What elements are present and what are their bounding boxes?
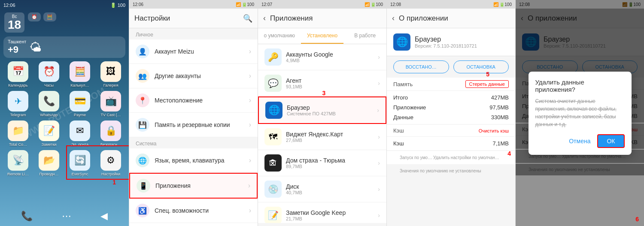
dock-dots[interactable]: ⋯: [62, 211, 71, 222]
dock-back[interactable]: ◀: [100, 211, 108, 222]
tab-running[interactable]: В работе: [343, 28, 386, 44]
security-app-icon: 🔒: [100, 121, 121, 141]
settings-status-bar: 12:06 📶 🔋100: [129, 0, 258, 9]
app-item-yandex-maps[interactable]: 🗺 Виджет Яндекс.Карт 27,6MB ›: [258, 124, 386, 150]
home-apps-row3: 📁 Total Co… 📝 Заметки ✉ Эл. почта 🔒 Безо…: [0, 119, 129, 148]
dock-phone[interactable]: 📞: [21, 211, 33, 222]
settings-search-icon[interactable]: 🔍: [243, 14, 252, 23]
settings-status-icons: 📶 🔋100: [236, 2, 254, 7]
location-icon: 📍: [136, 93, 149, 107]
home-app-settings[interactable]: ⚙ Настройки: [96, 150, 125, 176]
settings-item-meizu-account[interactable]: 👤 Аккаунт Meizu ›: [129, 39, 258, 64]
google-keep-icon: 📝: [264, 207, 282, 223]
home-apps-row1: 📅 Календарь ⏰ Часы 🧮 Калькул… 🖼 Галерея: [0, 60, 129, 89]
settings-item-language[interactable]: 🌐 Язык, время, клавиатура ›: [129, 148, 258, 173]
settings-item-other-accounts[interactable]: 👥 Другие аккаунты ›: [129, 64, 258, 88]
remote-app-label: Remote Li…: [7, 172, 29, 176]
eversync-app-label: EverSync: [72, 172, 88, 176]
home-weather-city: Ташкент: [8, 39, 26, 44]
settings-item-accessibility[interactable]: ♿ Спец. возможности ›: [129, 199, 258, 223]
totalco-app-label: Total Co…: [9, 142, 27, 147]
agent-icon: 💬: [264, 75, 282, 92]
detail-app-name: Браузер: [415, 36, 477, 43]
yandex-maps-size: 27,6MB: [286, 138, 378, 143]
detail-cache-row: Кэш 7,1MB: [393, 139, 509, 148]
home-app-remote[interactable]: 📡 Remote Li…: [3, 150, 33, 176]
app-item-disk[interactable]: 💿 Диск 40,7MB ›: [258, 176, 386, 202]
apps-status-bar: 12:07 📶 🔋100: [258, 0, 386, 9]
home-app-tvcast[interactable]: 📺 TV Cast (…: [96, 91, 125, 117]
home-date-widget: Вс 18: [4, 12, 24, 33]
delete-data-dialog-overlay: Удалить данные приложения? Система очист…: [516, 0, 644, 226]
house-of-fear-name: Дом страха - Тюрьма: [286, 157, 378, 164]
home-app-calendar[interactable]: 📅 Календарь: [3, 61, 33, 87]
settings-item-backup[interactable]: 💾 Память и резервные копии ›: [129, 113, 258, 137]
home-clock-widget: ⏰: [28, 12, 41, 21]
files-app-icon: 📂: [39, 150, 59, 171]
home-app-security[interactable]: 🔒 Безопасн…: [96, 121, 125, 147]
agent-size: 93,1MB: [286, 84, 378, 89]
calc-app-label: Калькул…: [71, 83, 89, 87]
detail-restore-button[interactable]: ВОССТАНО…: [393, 60, 449, 73]
clock-app-label: Часы: [44, 83, 54, 87]
home-app-calc[interactable]: 🧮 Калькул…: [65, 61, 94, 87]
tab-installed[interactable]: Установлено: [301, 28, 344, 44]
detail-stop-button[interactable]: ОСТАНОВКА: [453, 60, 509, 73]
apps-back-button[interactable]: ‹: [263, 14, 266, 23]
app-item-google-accounts[interactable]: 🔑 Аккаунты Google 4,9MB ›: [258, 44, 386, 70]
app-item-google-keep[interactable]: 📝 Заметки Google Keep 21,7MB ›: [258, 202, 386, 223]
tvcast-app-icon: 📺: [100, 91, 121, 111]
home-app-payme[interactable]: 💳 Payme: [65, 91, 94, 117]
detail-clear-data-link[interactable]: Стереть данные: [465, 80, 509, 88]
detail-clear-cache-link[interactable]: Очистить кэш: [479, 128, 509, 133]
disk-icon: 💿: [264, 181, 282, 198]
home-dock: 📞 ⋯ ◀: [0, 211, 129, 222]
disk-name: Диск: [286, 183, 378, 190]
totalco-app-icon: 📁: [8, 121, 28, 141]
accessibility-icon: ♿: [136, 204, 149, 217]
home-app-totalco[interactable]: 📁 Total Co…: [3, 121, 33, 147]
backup-title: Память и резервные копии: [155, 121, 249, 128]
home-app-eversync[interactable]: 🔄 EverSync: [65, 150, 94, 176]
step3-number: 3: [322, 90, 326, 96]
dialog-ok-button[interactable]: ОК: [597, 134, 624, 148]
detail-status-time: 12:08: [390, 2, 401, 7]
detail-cache-section-title: Кэш: [393, 127, 404, 134]
backup-icon: 💾: [136, 118, 149, 132]
gallery-app-label: Галерея: [103, 83, 118, 87]
home-app-notes[interactable]: 📝 Заметки: [34, 121, 64, 147]
step6-number: 6: [635, 216, 639, 223]
yandex-maps-icon: 🗺: [264, 128, 282, 145]
apps-header: ‹ Приложения: [258, 9, 386, 28]
dialog-cancel-button[interactable]: Отмена: [569, 134, 590, 148]
payme-app-label: Payme: [74, 113, 86, 117]
settings-item-update[interactable]: 🔄 Обновление системы ›: [129, 223, 258, 226]
settings-item-apps[interactable]: 📱 Приложения › 2: [129, 173, 258, 199]
home-weather-widget: Ташкент +9 🌤: [3, 36, 125, 58]
google-accounts-arrow-icon: ›: [378, 54, 380, 60]
app-item-browser[interactable]: 🌐 Браузер Системное ПО 427MB › 3: [258, 96, 386, 124]
dialog-title: Удалить данные приложения?: [535, 78, 625, 93]
home-app-telegram[interactable]: ✈ Telegram: [3, 91, 33, 117]
home-app-gallery[interactable]: 🖼 Галерея: [96, 61, 125, 87]
settings-item-location[interactable]: 📍 Местоположение ›: [129, 88, 258, 113]
home-app-files[interactable]: 📂 Проводн…: [34, 150, 64, 176]
home-app-email[interactable]: ✉ Эл. почта: [65, 121, 94, 147]
app-item-house-of-fear[interactable]: 🏚 Дом страха - Тюрьма 89,7MB ›: [258, 150, 386, 176]
settings-status-time: 12:06: [133, 2, 143, 7]
home-app-whatsapp[interactable]: 📞 WhatsApp: [34, 91, 64, 117]
notes-app-icon: 📝: [39, 121, 59, 141]
language-icon: 🌐: [136, 154, 149, 167]
detail-back-button[interactable]: ‹: [392, 14, 395, 23]
detail-memory-total-row: Итого 427MB: [393, 93, 509, 102]
tab-default[interactable]: о умолчанию: [258, 28, 301, 44]
detail-memory-data-row: Данные 330MB: [393, 112, 509, 122]
email-app-label: Эл. почта: [71, 142, 88, 147]
home-app-clock[interactable]: ⏰ Часы: [34, 61, 64, 87]
apps-status-icons: 📶 🔋100: [365, 2, 383, 7]
google-keep-arrow-icon: ›: [378, 212, 380, 219]
settings-app-label: Настройки: [101, 172, 120, 176]
accessibility-title: Спец. возможности: [155, 207, 249, 214]
settings-app-icon: ⚙: [100, 150, 121, 171]
payme-app-icon: 💳: [70, 91, 90, 111]
